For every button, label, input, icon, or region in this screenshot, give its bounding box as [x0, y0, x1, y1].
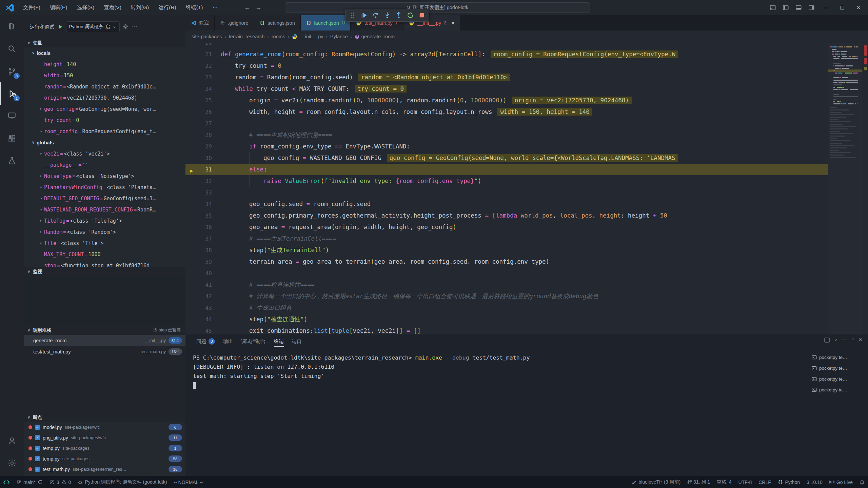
code-line-29[interactable]: 29if room_config.env_type == EnvType.WAS…	[185, 141, 828, 152]
code-line-24[interactable]: 24while try_count < MAX_TRY_COUNT:try_co…	[185, 83, 828, 95]
menu-item-3[interactable]: 查看(V)	[100, 2, 125, 13]
variable-row[interactable]: origin = vec2i(7205730, 9024468)	[24, 92, 185, 103]
toggle-panel-icon[interactable]	[793, 3, 804, 13]
section-header-callstack[interactable]: ∨ 调用堆栈 因 step 已暂停	[24, 326, 185, 335]
code-line-40[interactable]: 40	[185, 267, 828, 279]
activity-testing[interactable]	[0, 149, 24, 172]
stop-icon[interactable]	[416, 10, 428, 21]
status-main-[interactable]: main*	[13, 476, 46, 488]
code-line-23[interactable]: 23random = Random(room_config.seed)rando…	[185, 72, 828, 83]
panel-tab-终端[interactable]: 终端	[271, 336, 287, 347]
status-3-10-10[interactable]: 3.10.10	[803, 476, 826, 488]
breadcrumb-item[interactable]: generate_room	[355, 34, 395, 39]
variable-row[interactable]: stop = <function stop at 0x1bf8d716d	[24, 260, 185, 267]
maximize-button[interactable]: ☐	[835, 0, 850, 15]
callstack-frame[interactable]: generate_room__init__.py31:1	[24, 335, 185, 346]
code-line-38[interactable]: 38step("生成TerrainCell")	[185, 244, 828, 256]
terminal-output[interactable]: PS C:\computer_science\godot-ldtk\site-p…	[193, 353, 804, 473]
split-terminal-icon[interactable]	[824, 337, 830, 343]
variable-row[interactable]: height = 140	[24, 59, 185, 70]
status-remote[interactable]	[0, 476, 13, 488]
chevron-down-icon[interactable]: ∨	[833, 338, 838, 342]
minimize-button[interactable]: ─	[818, 0, 833, 15]
terminal-tab-item[interactable]: pocketpy te…	[809, 384, 867, 395]
variable-row[interactable]: >NoiseType = <class 'NoiseType'>	[24, 170, 185, 182]
close-button[interactable]: ✕	[851, 0, 866, 15]
status-Python-调试程序--启动文件-[interactable]: Python 调试程序: 启动文件 (godot-ldtk)	[74, 476, 170, 488]
breakpoint-checkbox[interactable]: ✓	[35, 435, 40, 440]
menu-item-2[interactable]: 选择(S)	[73, 2, 98, 13]
callstack-frame[interactable]: test/test_math.pytest_math.py16:1	[24, 346, 185, 357]
panel-more-icon[interactable]: ···	[842, 337, 848, 343]
activity-account[interactable]	[0, 429, 24, 452]
continue-icon[interactable]	[358, 10, 370, 21]
breadcrumb-item[interactable]: terrain_research	[229, 34, 265, 39]
tab-launch.json[interactable]: {}launch.jsonU	[301, 15, 351, 30]
code-line-20[interactable]: 20	[185, 43, 828, 48]
status-blueloveTH--3-周前-[interactable]: blueloveTH (3 周前)	[628, 476, 684, 488]
breakpoint-checkbox[interactable]: ✓	[35, 456, 40, 461]
maximize-panel-icon[interactable]: ⌃	[851, 338, 855, 343]
terminal-tab-item[interactable]: pocketpy te…	[809, 352, 867, 363]
code-line-21[interactable]: 21def generate_room(room_config: RoomReq…	[185, 48, 828, 60]
panel-tab-端口[interactable]: 端口	[289, 336, 305, 347]
terminal-tab-item[interactable]: pocketpy te…	[809, 373, 867, 384]
code-editor[interactable]: 2021def generate_room(room_config: RoomR…	[185, 43, 868, 334]
breakpoint-row[interactable]: ✓temp.pysite-packages58	[24, 453, 185, 464]
toggle-sidebar-icon[interactable]	[780, 3, 791, 13]
breadcrumb[interactable]: site-packages›terrain_research›rooms›__i…	[185, 30, 868, 43]
code-line-34[interactable]: 34geo_config.seed = room_config.seed	[185, 198, 828, 210]
status-bell[interactable]	[856, 476, 868, 488]
code-line-41[interactable]: 41# ====检查连通性====	[185, 279, 828, 290]
variable-row[interactable]: >geo_config = GeoConfig(seed=None, wor…	[24, 103, 185, 115]
activity-search[interactable]	[0, 38, 24, 60]
menu-item-0[interactable]: 文件(F)	[19, 2, 44, 13]
debug-start-icon[interactable]	[57, 24, 63, 30]
tab-settings.json[interactable]: {}settings.json	[254, 15, 300, 30]
breadcrumb-item[interactable]: Pylance	[330, 34, 348, 39]
status----NORMAL---[interactable]: -- NORMAL --	[170, 476, 206, 488]
code-line-22[interactable]: 22try_count = 0	[185, 60, 828, 72]
code-line-37[interactable]: 37# ====生成TerrainCell====	[185, 233, 828, 244]
breadcrumb-item[interactable]: __init__.py	[292, 34, 323, 40]
forward-icon[interactable]: →	[255, 4, 262, 12]
variable-row[interactable]: >room_config = RoomRequestConfig(env_t…	[24, 126, 185, 137]
status-3[interactable]: 30	[46, 476, 75, 488]
breadcrumb-item[interactable]: rooms	[272, 34, 285, 39]
menu-item-5[interactable]: 运行(R)	[154, 2, 180, 13]
back-icon[interactable]: ←	[244, 4, 251, 12]
launch-config-dropdown[interactable]: Python 调试程序: 启 ∨	[66, 21, 120, 32]
variable-row[interactable]: >TileTag = <class 'TileTag'>	[24, 215, 185, 226]
breakpoint-checkbox[interactable]: ✓	[35, 467, 40, 472]
section-header-variables[interactable]: ∨ 变量	[24, 38, 185, 47]
variable-row[interactable]: try_count = 0	[24, 115, 185, 126]
menu-item-6[interactable]: 终端(T)	[182, 2, 207, 13]
panel-tab-输出[interactable]: 输出	[220, 336, 236, 347]
breakpoint-checkbox[interactable]: ✓	[35, 425, 40, 430]
close-icon[interactable]: ✕	[451, 20, 455, 26]
code-line-42[interactable]: 42# 计算每一个出口的中心，然后使用astar生成路径，确保每一个出口组合都可…	[185, 290, 828, 302]
breakpoint-row[interactable]: ✓temp.pysite-packages1	[24, 443, 185, 453]
section-header-breakpoints[interactable]: ∨ 断点	[24, 413, 185, 422]
tab-[interactable]: 欢迎	[185, 15, 215, 30]
terminal-tab-item[interactable]: pocketpy te…	[809, 363, 867, 373]
step-over-icon[interactable]	[370, 10, 381, 21]
code-line-43[interactable]: 43# 生成出口组合	[185, 302, 828, 313]
gear-icon[interactable]	[122, 24, 129, 30]
code-line-39[interactable]: 39terrain_area = geo_area_to_terrain(geo…	[185, 256, 828, 267]
variable-row[interactable]: width = 150	[24, 70, 185, 81]
status-空格--4[interactable]: 空格: 4	[713, 476, 735, 488]
code-line-33[interactable]: 33	[185, 187, 828, 198]
code-line-30[interactable]: 30geo_config = WASTELAND_GEO_CONFIGgeo_c…	[185, 152, 828, 164]
variable-row[interactable]: random = <Random object at 0x1bf9d01e…	[24, 81, 185, 92]
activity-settings-gear[interactable]	[0, 452, 24, 474]
toggle-secondary-sidebar-icon[interactable]	[806, 3, 817, 13]
variable-row[interactable]: >vec2i = <class 'vec2i'>	[24, 148, 185, 159]
breakpoint-row[interactable]: ✓test_math.pysite-packages\terrain_res…1…	[24, 464, 185, 474]
tab-.gdignore[interactable]: .gdignore	[215, 15, 254, 30]
code-line-25[interactable]: 25origin = vec2i(random.randint(0, 10000…	[185, 95, 828, 106]
status-Python[interactable]: {}Python	[774, 476, 803, 488]
variable-row[interactable]: >WASTELAND_ROOM_REQUEST_CONFIG = RoomR…	[24, 204, 185, 215]
panel-tab-调试控制台[interactable]: 调试控制台	[238, 336, 269, 347]
code-line-45[interactable]: 45exit_combinations:list[tuple[vec2i, ve…	[185, 325, 828, 334]
